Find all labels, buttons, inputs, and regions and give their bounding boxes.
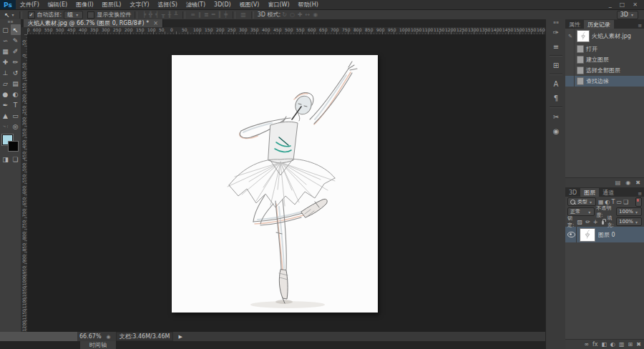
photoshop-logo[interactable]: Ps	[0, 0, 16, 9]
close-button[interactable]: ✕	[633, 1, 638, 8]
panel-menu-icon[interactable]: ≡	[638, 191, 644, 197]
workspace-dropdown[interactable]: 3D ▾	[617, 11, 638, 19]
mode-3d-icon[interactable]: ↻	[280, 11, 288, 18]
new-document-from-state-icon[interactable]: ▤	[615, 180, 621, 186]
menu-file[interactable]: 文件(F)	[16, 0, 44, 9]
layer-style-icon[interactable]: fx	[592, 341, 598, 348]
history-state[interactable]: 建立图层	[565, 54, 644, 65]
layer-row[interactable]: 图层 0	[565, 227, 644, 242]
eraser-tool[interactable]: ▱	[1, 78, 11, 89]
delete-state-icon[interactable]: ✖	[635, 180, 640, 186]
menu-edit[interactable]: 编辑(E)	[44, 0, 72, 9]
layer-visibility-cell[interactable]	[567, 227, 577, 242]
tab-layers[interactable]: 图层	[580, 188, 599, 197]
mode-3d-icon[interactable]: ↔	[304, 11, 312, 18]
tool-preset-caret-icon[interactable]: ▾	[12, 12, 14, 17]
type-tool[interactable]: T	[11, 99, 21, 110]
history-brush-tool[interactable]: ↺	[11, 67, 21, 78]
align-icon[interactable]: ╡	[154, 11, 160, 18]
lock-transparent-icon[interactable]: ▨	[577, 219, 584, 225]
history-brush-source-box[interactable]	[567, 44, 575, 54]
background-color-swatch[interactable]	[8, 141, 19, 152]
show-transform-checkbox[interactable]	[87, 11, 94, 19]
history-snapshot-row[interactable]: ✎ 火焰人素材.jpg	[565, 29, 644, 44]
clone-stamp-tool[interactable]: ⊥	[1, 67, 11, 78]
fill-field[interactable]: 100% ▾	[616, 217, 642, 226]
history-state[interactable]: 打开	[565, 44, 644, 54]
new-snapshot-icon[interactable]: ◉	[625, 180, 630, 186]
history-brush-source-box[interactable]	[567, 65, 575, 76]
brush-tool[interactable]: ✏	[11, 56, 21, 67]
tab-history[interactable]: 历史记录	[584, 20, 614, 29]
zoom-level-field[interactable]: 66.67%	[79, 333, 102, 340]
menu-3d[interactable]: 3D(D)	[210, 0, 235, 9]
distribute-icon[interactable]: ≣	[203, 11, 210, 18]
pen-tool[interactable]: ✒	[1, 99, 11, 110]
menu-type[interactable]: 文字(Y)	[125, 0, 153, 9]
restore-button[interactable]: □	[620, 1, 625, 8]
character-panel-icon[interactable]: A	[546, 77, 566, 91]
filter-smart-objects-icon[interactable]: ❏	[623, 199, 629, 205]
adjustments-panel-icon[interactable]: ≡	[546, 39, 566, 54]
close-tab-icon[interactable]: ×	[153, 20, 158, 26]
paragraph-panel-icon[interactable]: ¶	[546, 91, 566, 105]
dock-collapse-grip[interactable]: ▪▪	[546, 19, 566, 25]
dodge-tool[interactable]: ◐	[11, 89, 21, 99]
history-brush-source-icon[interactable]: ✎	[567, 29, 575, 44]
status-popup-arrow-icon[interactable]: ▶	[178, 334, 182, 340]
auto-select-checkbox[interactable]: ✓	[28, 11, 35, 19]
distribute-icon[interactable]: ║	[216, 11, 223, 18]
hand-tool[interactable]: ☜	[1, 121, 11, 132]
path-selection-tool[interactable]: ▲	[1, 110, 11, 121]
healing-brush-tool[interactable]: ✚	[1, 56, 11, 67]
menu-select[interactable]: 选择(S)	[154, 0, 182, 9]
snapshot-thumbnail[interactable]	[577, 30, 590, 42]
mode-3d-icon[interactable]: ○	[288, 11, 296, 18]
link-layers-icon[interactable]: ∞	[584, 341, 589, 348]
align-icon[interactable]: ╫	[167, 11, 173, 18]
layer-filter-toggle[interactable]	[635, 197, 642, 207]
document-size-field[interactable]: 文档:3.46M/3.46M	[116, 332, 174, 341]
toolbar-grip[interactable]: ▪▪	[0, 19, 21, 24]
menu-view[interactable]: 视图(V)	[235, 0, 264, 9]
menu-filter[interactable]: 滤镜(T)	[182, 0, 210, 9]
new-layer-icon[interactable]: ⊞	[628, 341, 633, 348]
history-brush-source-box[interactable]	[567, 54, 575, 65]
crop-tool[interactable]: ▦	[1, 46, 11, 56]
delete-layer-icon[interactable]: ✖	[636, 341, 641, 348]
mode-3d-icon[interactable]: ✚	[296, 11, 304, 18]
adjustment-layer-icon[interactable]: ◐	[610, 341, 615, 348]
menu-layer[interactable]: 图层(L)	[98, 0, 126, 9]
move-tool-icon[interactable]: ↖	[0, 11, 12, 19]
rectangular-marquee-tool[interactable]: ▢	[1, 24, 11, 35]
tab-timeline[interactable]: 时间轴	[80, 341, 116, 349]
history-state[interactable]: 选择全部图层	[565, 65, 644, 76]
blur-tool[interactable]: ●	[1, 89, 11, 99]
lock-position-icon[interactable]: +	[592, 219, 599, 225]
clone-source-panel-icon[interactable]: ⊞	[546, 58, 566, 72]
timeline-panel-icon[interactable]: ◉	[546, 124, 566, 138]
document-tab[interactable]: 火焰人素材.jpg @ 66.7% (图层 0, RGB/8#) * ×	[24, 19, 163, 27]
auto-align-layers-button[interactable]: ▥	[239, 11, 248, 18]
menu-help[interactable]: 帮助(H)	[294, 0, 323, 9]
brush-panel-icon[interactable]: ✑	[546, 25, 566, 39]
distribute-icon[interactable]: ═	[210, 11, 217, 18]
menu-window[interactable]: 窗口(W)	[263, 0, 293, 9]
tab-channels[interactable]: 通道	[599, 188, 618, 197]
align-icon[interactable]: ╬	[147, 11, 154, 18]
zoom-tool[interactable]: ◎	[11, 121, 21, 132]
eyedropper-tool[interactable]: ✐	[11, 46, 21, 56]
align-icon[interactable]: ╞	[141, 11, 147, 18]
document-canvas[interactable]	[172, 55, 378, 313]
align-icon[interactable]: ╨	[172, 11, 179, 18]
quick-mask-button[interactable]: ◨	[1, 154, 11, 164]
menu-image[interactable]: 图像(I)	[72, 0, 98, 9]
tab-3d[interactable]: 3D	[565, 188, 580, 197]
align-icon[interactable]: ╥	[160, 11, 167, 18]
lasso-tool[interactable]: ∽	[1, 35, 11, 46]
distribute-icon[interactable]: ≡	[189, 11, 197, 18]
move-tool[interactable]: ↖	[11, 24, 21, 35]
tab-properties[interactable]: 属性	[565, 20, 584, 29]
panel-menu-icon[interactable]: ≡	[638, 23, 644, 29]
quick-selection-tool[interactable]: ✎	[11, 35, 21, 46]
